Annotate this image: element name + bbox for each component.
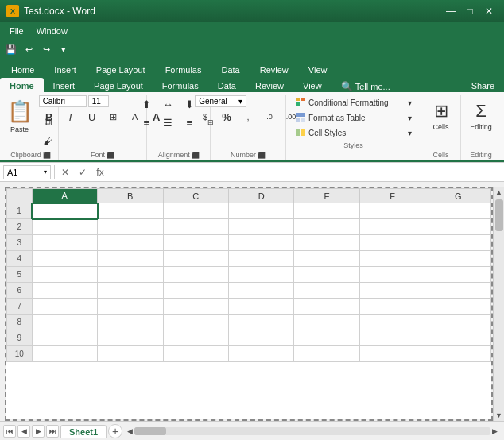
table-row: 3 — [7, 235, 491, 251]
editing-group: Σ Editing Editing — [461, 95, 501, 160]
col-header-f[interactable]: F — [359, 189, 425, 203]
comma-button[interactable]: , — [238, 108, 258, 125]
underline-button[interactable]: U — [82, 108, 103, 125]
cells-group-label: Cells — [426, 149, 456, 160]
tab-review[interactable]: Review — [250, 62, 298, 78]
border-button[interactable]: ⊞ — [103, 108, 124, 125]
percent-button[interactable]: % — [216, 108, 237, 125]
cell-styles-button[interactable]: Cell Styles ▾ — [291, 125, 416, 140]
minimize-button[interactable]: — — [442, 4, 459, 18]
cancel-formula-button[interactable]: ✕ — [58, 165, 72, 179]
scroll-up-button[interactable]: ▲ — [494, 187, 505, 198]
title-bar: X Test.docx - Word — □ ✕ — [0, 0, 504, 22]
sheet-tab-sheet1[interactable]: Sheet1 — [60, 425, 107, 438]
table-row: 10 — [7, 346, 491, 362]
add-sheet-button[interactable]: + — [108, 424, 122, 438]
enter-formula-button[interactable]: ✓ — [76, 165, 90, 179]
horizontal-scroll-track[interactable] — [134, 427, 490, 435]
cell-c1[interactable] — [163, 203, 228, 219]
ribbon-tabs: Home Insert Page Layout Formulas Data Re… — [0, 60, 504, 78]
col-header-a[interactable]: A — [32, 189, 97, 203]
h-scroll-left-button[interactable]: ◀ — [127, 427, 133, 435]
formula-bar: A1 ▾ ✕ ✓ fx — [0, 163, 504, 182]
tab-view[interactable]: View — [299, 62, 337, 78]
row-num-1: 1 — [7, 203, 33, 219]
cell-a1[interactable] — [32, 203, 97, 219]
font-family-select[interactable]: Calibri — [39, 95, 87, 107]
scroll-thumb-vertical[interactable] — [495, 199, 503, 231]
corner-header — [7, 189, 33, 203]
paste-button[interactable]: 📋 Paste — [3, 95, 37, 137]
tab-data[interactable]: Data — [211, 62, 249, 78]
menu-file[interactable]: File — [3, 25, 30, 37]
function-button[interactable]: fx — [93, 165, 107, 179]
editing-button[interactable]: Σ Editing — [462, 95, 500, 137]
currency-button[interactable]: $ — [195, 108, 215, 125]
menu-window[interactable]: Window — [30, 25, 74, 37]
decrease-decimal-button[interactable]: .0 — [259, 108, 280, 125]
conditional-formatting-label: Conditional Formatting — [308, 98, 389, 107]
sheet-nav-first[interactable]: ⏮ — [3, 425, 16, 438]
editing-group-label: Editing — [466, 149, 496, 160]
number-format-select[interactable]: General▾ — [195, 95, 246, 107]
horizontal-scroll-thumb[interactable] — [134, 427, 166, 435]
window-controls: — □ ✕ — [442, 4, 498, 18]
formula-input[interactable] — [110, 168, 501, 177]
h-scroll-right-button[interactable]: ▶ — [492, 427, 498, 435]
customize-qa-button[interactable]: ▾ — [56, 42, 72, 58]
horizontal-scroll-area: ◀ ▶ — [124, 427, 501, 435]
tab-formulas[interactable]: Formulas — [156, 62, 211, 78]
cell-d1[interactable] — [228, 203, 293, 219]
table-row: 4 — [7, 251, 491, 267]
left-align-button[interactable]: ≡ — [136, 114, 157, 131]
maximize-button[interactable]: □ — [461, 4, 479, 18]
cell-b1[interactable] — [98, 203, 163, 219]
tab-home[interactable]: Home — [2, 62, 44, 78]
middle-align-button[interactable]: ↔ — [157, 95, 178, 113]
conditional-formatting-button[interactable]: Conditional Formatting ▾ — [291, 95, 416, 110]
row-num-2: 2 — [7, 219, 33, 235]
font-expand-icon[interactable]: ⬛ — [107, 152, 114, 159]
center-align-button[interactable]: ☰ — [157, 114, 178, 131]
italic-button[interactable]: I — [60, 108, 81, 125]
sheet-nav-next[interactable]: ▶ — [32, 425, 45, 438]
sheet-nav-last[interactable]: ⏭ — [46, 425, 59, 438]
redo-button-qa[interactable]: ↪ — [38, 42, 54, 58]
format-table-button[interactable]: Format as Table ▾ — [291, 110, 416, 125]
col-header-b[interactable]: B — [98, 189, 163, 203]
alignment-expand-icon[interactable]: ⬛ — [192, 152, 200, 159]
number-label: Number ⬛ — [215, 149, 281, 160]
cells-button[interactable]: ⊞ Cells — [421, 95, 462, 137]
col-header-g[interactable]: G — [425, 189, 491, 203]
col-header-e[interactable]: E — [294, 189, 359, 203]
clipboard-expand-icon[interactable]: ⬛ — [43, 152, 51, 159]
tab-insert[interactable]: Insert — [45, 62, 86, 78]
name-box[interactable]: A1 ▾ — [3, 165, 51, 179]
cell-a2[interactable] — [32, 219, 97, 235]
sheet-nav-prev[interactable]: ◀ — [17, 425, 30, 438]
svg-rect-5 — [301, 118, 305, 122]
cell-e1[interactable] — [294, 203, 359, 219]
top-align-button[interactable]: ⬆ — [136, 95, 157, 113]
row-num-5: 5 — [7, 267, 33, 283]
bold-button[interactable]: B — [39, 108, 60, 125]
title-bar-left: X Test.docx - Word — [6, 5, 95, 17]
cell-f1[interactable] — [359, 203, 425, 219]
conditional-formatting-icon — [295, 97, 306, 108]
paste-label: Paste — [10, 125, 29, 133]
font-size-select[interactable]: 11 — [88, 95, 109, 107]
close-button[interactable]: ✕ — [480, 4, 498, 18]
number-expand-icon[interactable]: ⬛ — [258, 152, 266, 159]
save-button-qa[interactable]: 💾 — [3, 42, 19, 58]
tab-page-layout[interactable]: Page Layout — [87, 62, 155, 78]
column-header-row: A B C D E F G — [7, 189, 491, 203]
editing-group-content: Σ Editing — [462, 95, 500, 149]
scroll-down-button[interactable]: ▼ — [494, 410, 505, 421]
font-group: Calibri 11 B I U ⊞ A A — [59, 95, 147, 160]
col-header-c[interactable]: C — [163, 189, 228, 203]
undo-button-qa[interactable]: ↩ — [21, 42, 37, 58]
col-header-d[interactable]: D — [228, 189, 293, 203]
cell-g1[interactable] — [425, 203, 491, 219]
row-num-8: 8 — [7, 315, 33, 330]
svg-rect-4 — [296, 118, 300, 122]
